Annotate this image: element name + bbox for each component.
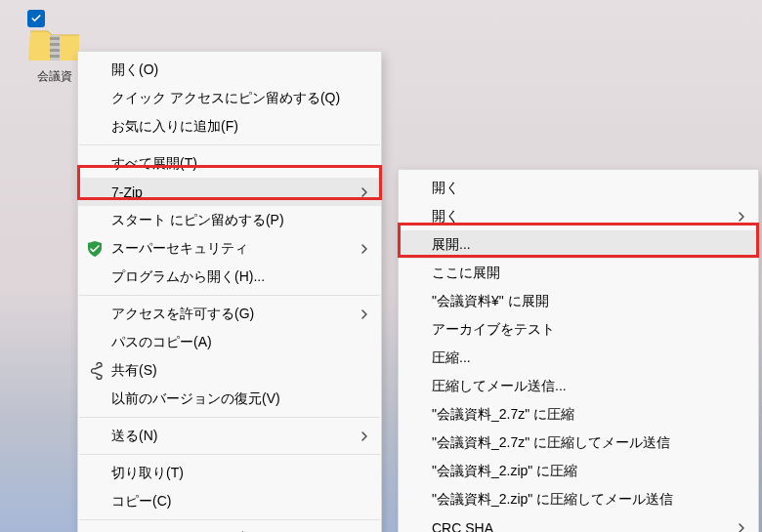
svg-rect-3 bbox=[50, 49, 60, 52]
submenu-item-open[interactable]: 開く bbox=[399, 174, 758, 202]
submenu-item-extract-here[interactable]: ここに展開 bbox=[399, 259, 758, 287]
submenu-item-compress-7z[interactable]: "会議資料_2.7z" に圧縮 bbox=[399, 400, 758, 429]
svg-rect-4 bbox=[50, 55, 60, 58]
menu-item-pin-start[interactable]: スタート にピン留めする(P) bbox=[78, 206, 381, 234]
menu-item-share[interactable]: 共有(S) bbox=[78, 356, 381, 385]
menu-separator bbox=[79, 144, 380, 145]
menu-item-pin-quick-access[interactable]: クイック アクセスにピン留めする(Q) bbox=[78, 84, 381, 112]
menu-item-copy[interactable]: コピー(C) bbox=[78, 487, 381, 515]
zip-folder-icon bbox=[28, 23, 81, 62]
chevron-right-icon bbox=[360, 307, 369, 322]
submenu-item-crc-sha[interactable]: CRC SHA bbox=[399, 513, 758, 532]
submenu-item-open-submenu[interactable]: 開く bbox=[399, 202, 758, 230]
menu-item-cut[interactable]: 切り取り(T) bbox=[78, 459, 381, 487]
menu-item-create-shortcut[interactable]: ショートカットの作成(S) bbox=[78, 524, 381, 532]
submenu-item-compress-zip-mail[interactable]: "会議資料_2.zip" に圧縮してメール送信 bbox=[399, 485, 758, 513]
menu-item-open-with[interactable]: プログラムから開く(H)... bbox=[78, 263, 381, 291]
menu-item-restore-versions[interactable]: 以前のバージョンの復元(V) bbox=[78, 385, 381, 413]
chevron-right-icon bbox=[360, 429, 369, 444]
chevron-right-icon bbox=[737, 209, 746, 225]
context-menu-7zip: 開く 開く 展開... ここに展開 "会議資料¥" に展開 アーカイブをテスト … bbox=[398, 169, 759, 532]
svg-rect-1 bbox=[50, 37, 60, 40]
menu-item-7zip[interactable]: 7-Zip bbox=[78, 178, 381, 206]
submenu-item-compress-7z-mail[interactable]: "会議資料_2.7z" に圧縮してメール送信 bbox=[399, 429, 758, 457]
submenu-item-compress[interactable]: 圧縮... bbox=[399, 344, 758, 372]
menu-item-super-security[interactable]: スーパーセキュリティ bbox=[78, 234, 381, 263]
submenu-item-extract-to[interactable]: "会議資料¥" に展開 bbox=[399, 287, 758, 315]
chevron-right-icon bbox=[360, 184, 369, 200]
menu-separator bbox=[79, 454, 380, 455]
menu-item-grant-access[interactable]: アクセスを許可する(G) bbox=[78, 300, 381, 328]
shield-icon bbox=[86, 240, 104, 258]
context-menu-primary: 開く(O) クイック アクセスにピン留めする(Q) お気に入りに追加(F) すべ… bbox=[77, 51, 382, 532]
desktop-icon-selected[interactable]: 会議資 bbox=[25, 23, 84, 85]
chevron-right-icon bbox=[737, 520, 746, 533]
menu-item-add-favorites[interactable]: お気に入りに追加(F) bbox=[78, 112, 381, 141]
menu-separator bbox=[79, 519, 380, 520]
submenu-item-test[interactable]: アーカイブをテスト bbox=[399, 315, 758, 344]
submenu-item-compress-mail[interactable]: 圧縮してメール送信... bbox=[399, 372, 758, 400]
share-icon bbox=[86, 362, 104, 380]
menu-item-send-to[interactable]: 送る(N) bbox=[78, 422, 381, 450]
menu-separator bbox=[79, 295, 380, 296]
submenu-item-compress-zip[interactable]: "会議資料_2.zip" に圧縮 bbox=[399, 457, 758, 485]
submenu-item-extract[interactable]: 展開... bbox=[399, 230, 758, 259]
menu-item-extract-all[interactable]: すべて展開(T)... bbox=[78, 149, 381, 178]
menu-separator bbox=[79, 417, 380, 418]
svg-rect-2 bbox=[50, 43, 60, 46]
menu-item-open[interactable]: 開く(O) bbox=[78, 56, 381, 84]
chevron-right-icon bbox=[360, 241, 369, 257]
menu-item-copy-path[interactable]: パスのコピー(A) bbox=[78, 328, 381, 356]
desktop-icon-label: 会議資 bbox=[25, 68, 84, 85]
